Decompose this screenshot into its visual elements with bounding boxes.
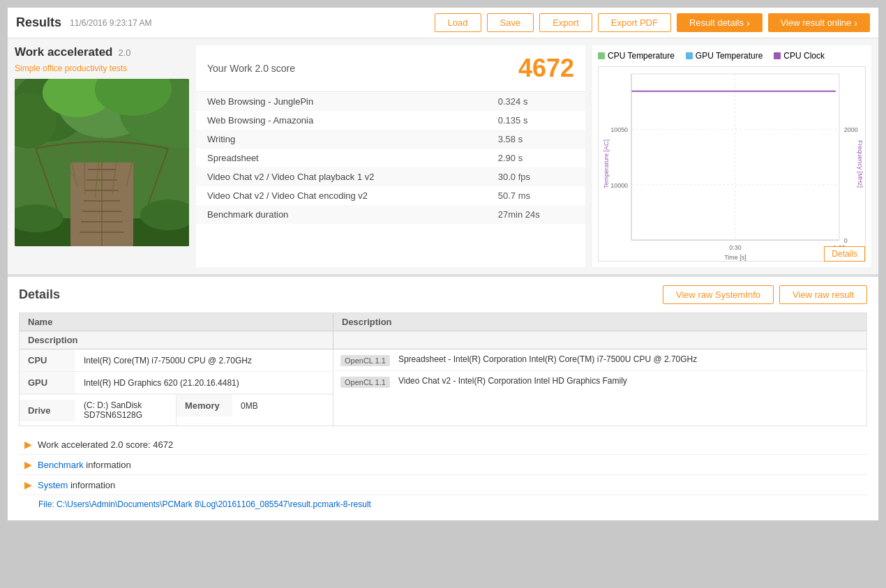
- details-title: Details: [19, 287, 60, 302]
- description-subheader: Description: [20, 331, 333, 349]
- cpu-row: CPU Intel(R) Core(TM) i7-7500U CPU @ 2.7…: [20, 349, 333, 372]
- gpu-temp-dot: [686, 52, 693, 59]
- results-label: Results: [16, 15, 61, 30]
- memory-row: Memory 0MB: [177, 395, 333, 416]
- svg-text:0: 0: [844, 237, 848, 244]
- table-row: Web Browsing - JunglePin0.324 s: [196, 92, 585, 111]
- opencl-badge: OpenCL 1.1: [340, 355, 390, 366]
- data-rows: CPU Intel(R) Core(TM) i7-7500U CPU @ 2.7…: [20, 349, 866, 425]
- benchmark-name: Writing: [196, 130, 487, 149]
- export-pdf-button[interactable]: Export PDF: [598, 13, 671, 32]
- benchmark-value: 2.90 s: [487, 149, 585, 167]
- header-bar: Results 11/6/2016 9:23:17 AM Load Save E…: [8, 8, 878, 38]
- name-header: Name: [20, 313, 333, 331]
- work-version: 2.0: [118, 47, 130, 58]
- drive-memory-row: Drive (C: D:) SanDisk SD7SN6S128G Memory…: [20, 394, 333, 425]
- benchmark-value: 50.7 ms: [487, 186, 585, 205]
- gpu-temp-label: GPU Temperature: [696, 51, 763, 61]
- score-label: Your Work 2.0 score: [207, 63, 518, 74]
- chart-details-button[interactable]: Details: [824, 246, 865, 262]
- expand-arrow-icon: ▶: [24, 459, 32, 470]
- results-table: Web Browsing - JunglePin0.324 sWeb Brows…: [196, 92, 585, 224]
- cpu-temp-dot: [598, 52, 605, 59]
- memory-col: Memory 0MB: [177, 395, 333, 425]
- benchmark-name: Video Chat v2 / Video Chat playback 1 v2: [196, 167, 487, 186]
- details-section: Details View raw SystemInfo View raw res…: [8, 276, 878, 520]
- info-table: Name Description Description CPU Intel(R…: [19, 312, 867, 426]
- view-raw-systeminfo-button[interactable]: View raw SystemInfo: [663, 285, 774, 304]
- table-name-header-row: Name Description: [20, 313, 866, 331]
- opencl-row: OpenCL 1.1Spreadsheet - Intel(R) Corpora…: [333, 349, 866, 371]
- opencl-row: OpenCL 1.1Video Chat v2 - Intel(R) Corpo…: [333, 371, 866, 392]
- result-details-button[interactable]: Result details ›: [677, 13, 763, 32]
- benchmark-name: Web Browsing - Amazonia: [196, 111, 487, 130]
- memory-label: Memory: [177, 395, 232, 416]
- view-raw-result-button[interactable]: View raw result: [779, 285, 867, 304]
- benchmark-name: Web Browsing - JunglePin: [196, 92, 487, 111]
- opencl-text: Spreadsheet - Intel(R) Corporation Intel…: [398, 354, 697, 365]
- svg-text:10000: 10000: [610, 182, 628, 189]
- opencl-text: Video Chat v2 - Intel(R) Corporation Int…: [398, 375, 627, 387]
- table-row: Benchmark duration27min 24s: [196, 205, 585, 224]
- table-row: Video Chat v2 / Video Chat encoding v250…: [196, 186, 585, 205]
- result-date: 11/6/2016 9:23:17 AM: [70, 18, 435, 28]
- expand-arrow-icon: ▶: [24, 439, 32, 450]
- drive-value: (C: D:) SanDisk SD7SN6S128G: [75, 395, 176, 425]
- work-title-box: Work accelerated 2.0: [15, 45, 189, 59]
- save-button[interactable]: Save: [487, 13, 534, 32]
- chevron-right-icon: ›: [746, 17, 750, 29]
- chart-area: 10050 10000 2000 0 0:30 1:00 Temperature…: [598, 66, 866, 262]
- work-subtitle: Simple office productivity tests: [15, 63, 189, 73]
- drive-col: Drive (C: D:) SanDisk SD7SN6S128G: [20, 395, 177, 425]
- main-container: Results 11/6/2016 9:23:17 AM Load Save E…: [7, 7, 879, 521]
- chart-panel: CPU Temperature GPU Temperature CPU Cloc…: [592, 45, 871, 267]
- svg-text:Time [s]: Time [s]: [724, 254, 746, 261]
- chevron-right-icon: ›: [854, 17, 857, 29]
- table-row: Web Browsing - Amazonia0.135 s: [196, 111, 585, 130]
- top-section: Results 11/6/2016 9:23:17 AM Load Save E…: [8, 8, 878, 276]
- cpu-label: CPU: [20, 349, 75, 371]
- expand-text: System information: [38, 480, 115, 490]
- memory-value: 0MB: [232, 395, 333, 416]
- table-row: Video Chat v2 / Video Chat playback 1 v2…: [196, 167, 585, 186]
- content-area: Work accelerated 2.0 Simple office produ…: [8, 38, 878, 274]
- expand-text: Work accelerated 2.0 score: 4672: [38, 439, 173, 450]
- expand-row[interactable]: ▶Work accelerated 2.0 score: 4672: [19, 435, 867, 455]
- score-value: 4672: [518, 54, 574, 83]
- benchmark-name: Benchmark duration: [196, 205, 487, 224]
- thumbnail-image: [15, 79, 189, 246]
- benchmark-value: 30.0 fps: [487, 167, 585, 186]
- chart-legend: CPU Temperature GPU Temperature CPU Cloc…: [598, 51, 866, 61]
- drive-label: Drive: [20, 400, 75, 421]
- work-title: Work accelerated: [15, 45, 112, 59]
- gpu-row: GPU Intel(R) HD Graphics 620 (21.20.16.4…: [20, 372, 333, 394]
- details-action-buttons: View raw SystemInfo View raw result: [663, 285, 867, 304]
- expand-row[interactable]: ▶Benchmark information: [19, 455, 867, 475]
- svg-text:Temperature [AC]: Temperature [AC]: [603, 140, 610, 188]
- benchmark-name: Video Chat v2 / Video Chat encoding v2: [196, 186, 487, 205]
- gpu-value: Intel(R) HD Graphics 620 (21.20.16.4481): [75, 372, 333, 393]
- export-button[interactable]: Export: [539, 13, 592, 32]
- expand-rows: ▶Work accelerated 2.0 score: 4672▶Benchm…: [19, 435, 867, 495]
- cpu-value: Intel(R) Core(TM) i7-7500U CPU @ 2.70GHz: [75, 350, 333, 371]
- table-description-subheader-row: Description: [20, 331, 866, 349]
- benchmark-value: 3.58 s: [487, 130, 585, 149]
- legend-cpu-temp: CPU Temperature: [598, 51, 675, 61]
- opencl-badge: OpenCL 1.1: [340, 377, 390, 388]
- opencl-section: OpenCL 1.1Spreadsheet - Intel(R) Corpora…: [333, 349, 866, 392]
- gpu-label: GPU: [20, 372, 75, 393]
- center-panel: Your Work 2.0 score 4672 Web Browsing - …: [196, 45, 585, 267]
- svg-text:0:30: 0:30: [729, 244, 741, 251]
- benchmark-value: 0.135 s: [487, 111, 585, 130]
- details-header: Details View raw SystemInfo View raw res…: [19, 285, 867, 304]
- benchmark-thumbnail: [15, 79, 189, 246]
- right-info-col: OpenCL 1.1Spreadsheet - Intel(R) Corpora…: [333, 349, 866, 425]
- benchmark-name: Spreadsheet: [196, 149, 487, 167]
- load-button[interactable]: Load: [435, 13, 481, 32]
- expand-arrow-icon: ▶: [24, 479, 32, 490]
- expand-row[interactable]: ▶System information: [19, 475, 867, 495]
- table-row: Writing3.58 s: [196, 130, 585, 149]
- view-result-online-button[interactable]: View result online ›: [768, 13, 870, 32]
- chart-svg: 10050 10000 2000 0 0:30 1:00 Temperature…: [599, 67, 865, 261]
- description-header: Description: [333, 313, 866, 331]
